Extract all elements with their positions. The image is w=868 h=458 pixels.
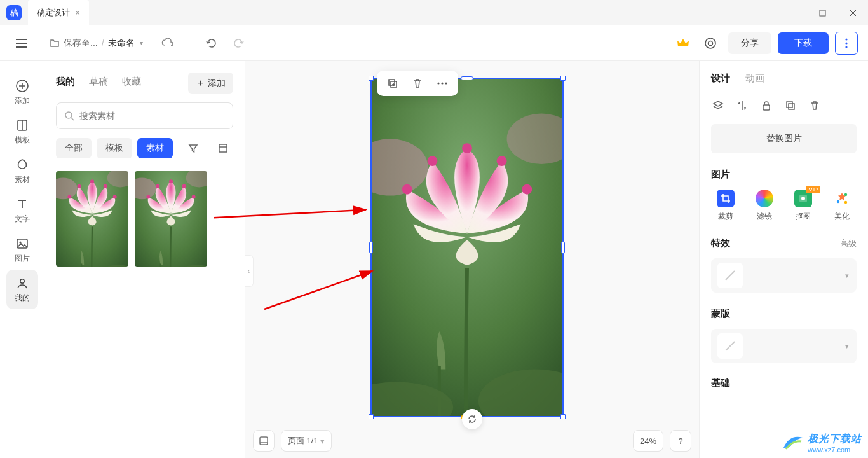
flip-icon[interactable] (735, 99, 749, 113)
search-input-wrapper[interactable] (56, 102, 233, 129)
resize-handle-top[interactable] (461, 76, 473, 80)
close-icon[interactable]: × (75, 8, 80, 18)
add-asset-button[interactable]: ＋添加 (188, 73, 233, 94)
refresh-icon[interactable] (462, 409, 482, 429)
redo-button[interactable] (227, 32, 250, 55)
download-button[interactable]: 下载 (778, 32, 829, 54)
app-icon: 稿 (6, 5, 22, 20)
share-button[interactable]: 分享 (728, 32, 771, 54)
assets-tabs: 我的 草稿 收藏 (56, 76, 141, 90)
tool-cutout[interactable]: VIP 抠图 (789, 190, 818, 222)
resize-handle-left[interactable] (369, 241, 373, 254)
page-list-button[interactable] (253, 430, 275, 452)
section-mask-title: 蒙版 (711, 308, 857, 320)
copy-icon[interactable] (783, 99, 797, 113)
mask-none-thumb (717, 333, 743, 359)
crown-icon[interactable] (674, 34, 693, 53)
document-tab[interactable]: 稿定设计 × (28, 0, 89, 25)
layout-icon[interactable] (213, 138, 233, 158)
svg-point-38 (844, 201, 847, 204)
resize-handle-tr[interactable] (560, 76, 566, 81)
record-icon[interactable] (699, 32, 722, 55)
chevron-down-icon: ▾ (845, 272, 849, 280)
search-input[interactable] (79, 111, 225, 121)
resize-handle-br[interactable] (560, 414, 566, 419)
svg-point-36 (844, 193, 847, 196)
plus-circle-icon (15, 78, 30, 94)
template-icon (15, 118, 30, 133)
annotation-arrow-2 (258, 265, 385, 316)
resize-handle-right[interactable] (561, 241, 565, 254)
tab-mine[interactable]: 我的 (56, 76, 75, 90)
folder-icon (50, 38, 60, 48)
tool-crop[interactable]: 裁剪 (711, 190, 740, 222)
user-icon (15, 275, 30, 291)
chip-materials[interactable]: 素材 (137, 138, 173, 158)
svg-rect-22 (219, 144, 227, 152)
breadcrumb-save[interactable]: 保存至... (64, 38, 98, 49)
cloud-sync-icon[interactable] (156, 32, 179, 55)
tool-filter[interactable]: 滤镜 (750, 190, 779, 222)
tab-animation[interactable]: 动画 (745, 73, 764, 87)
maximize-button[interactable] (807, 0, 837, 25)
window-controls (776, 0, 868, 25)
svg-rect-10 (820, 10, 825, 16)
duplicate-button[interactable] (381, 71, 405, 95)
minimize-button[interactable] (776, 0, 807, 25)
mask-selector[interactable]: ▾ (711, 329, 857, 363)
document-name[interactable]: 未命名 (108, 38, 135, 49)
chip-all[interactable]: 全部 (56, 138, 92, 158)
tab-drafts[interactable]: 草稿 (89, 76, 108, 90)
svg-point-15 (845, 46, 847, 48)
object-more-button[interactable] (430, 71, 454, 95)
design-icon-row (711, 99, 857, 113)
delete-button[interactable] (405, 71, 430, 95)
canvas-area[interactable]: ‹ (245, 61, 699, 458)
svg-line-39 (726, 271, 735, 280)
search-icon (64, 111, 74, 121)
more-button[interactable] (835, 32, 858, 55)
document-tab-title: 稿定设计 (37, 7, 70, 18)
nav-templates[interactable]: 模板 (6, 112, 38, 151)
tab-favorites[interactable]: 收藏 (122, 76, 141, 90)
lock-icon[interactable] (759, 99, 773, 113)
hamburger-menu[interactable] (10, 32, 33, 55)
tool-beauty[interactable]: 美化 (827, 190, 857, 222)
titlebar: 稿 稿定设计 × (0, 0, 868, 25)
page-indicator[interactable]: 页面 1/1 ▾ (281, 430, 332, 452)
svg-line-29 (264, 271, 372, 309)
nav-add[interactable]: 添加 (6, 73, 38, 112)
help-button[interactable]: ? (670, 430, 691, 452)
tab-design[interactable]: 设计 (711, 73, 730, 87)
asset-thumb-2[interactable] (135, 171, 207, 267)
layers-icon[interactable] (711, 99, 725, 113)
filter-row: 全部 模板 素材 (56, 138, 233, 158)
effects-advanced[interactable]: 高级 (840, 238, 857, 249)
resize-handle-tl[interactable] (369, 76, 374, 81)
top-toolbar: 保存至... / 未命名 ▾ 分享 下载 (0, 25, 868, 61)
undo-button[interactable] (200, 32, 222, 55)
canvas-selection[interactable] (370, 78, 564, 417)
zoom-level[interactable]: 24% (633, 430, 663, 452)
resize-handle-bl[interactable] (369, 414, 374, 419)
nav-images[interactable]: 图片 (6, 230, 38, 270)
assets-panel: 我的 草稿 收藏 ＋添加 全部 模板 素材 (44, 61, 245, 458)
nav-mine[interactable]: 我的 (6, 270, 38, 309)
nav-text[interactable]: 文字 (6, 191, 38, 230)
canvas-bottom-bar: 页面 1/1 ▾ 24% ? (253, 430, 691, 452)
section-image-title: 图片 (711, 169, 857, 181)
replace-image-button[interactable]: 替换图片 (711, 124, 857, 153)
filter-icon[interactable] (183, 138, 203, 158)
trash-icon[interactable] (808, 99, 822, 113)
close-window-button[interactable] (837, 0, 868, 25)
vip-badge: VIP (806, 186, 820, 193)
chevron-down-icon[interactable]: ▾ (140, 39, 143, 46)
asset-thumb-1[interactable] (56, 171, 128, 267)
svg-rect-31 (763, 105, 770, 110)
collapse-panel-button[interactable]: ‹ (245, 255, 254, 287)
chip-templates[interactable]: 模板 (97, 138, 132, 158)
breadcrumb: 保存至... / 未命名 ▾ (50, 38, 143, 49)
effects-selector[interactable]: ▾ (711, 258, 857, 293)
nav-materials[interactable]: 素材 (6, 151, 38, 191)
svg-point-12 (709, 41, 713, 45)
